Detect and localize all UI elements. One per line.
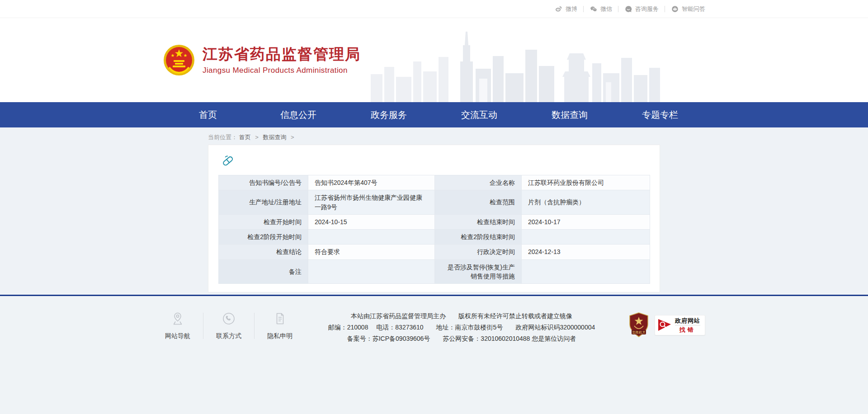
find-error-icon (657, 317, 672, 333)
find-error-texts: 政府网站 找错 (675, 317, 700, 333)
primary-nav: 首页 信息公开 政务服务 交流互动 数据查询 专题专栏 (0, 102, 868, 127)
consult-service-label: 咨询服务 (635, 5, 659, 13)
remarks-value (308, 259, 435, 284)
inspection-scope-value: 片剂（含抗肿瘤类） (522, 190, 650, 215)
conclusion-value: 符合要求 (308, 245, 435, 259)
breadcrumb-separator: > (255, 134, 259, 141)
company-name-value: 江苏联环药业股份有限公司 (522, 175, 650, 190)
footer-quicklinks: 网站导航 联系方式 隐私申明 (163, 311, 295, 340)
inspection-end-label: 检查结束时间 (435, 214, 522, 229)
table-row: 生产地址/注册地址 江苏省扬州市扬州生物健康产业园健康一路9号 检查范围 片剂（… (219, 190, 650, 215)
svg-text:党政机关: 党政机关 (632, 330, 646, 334)
table-row: 备注 是否涉及暂停(恢复)生产销售使用等措施 (219, 259, 650, 284)
page-root: 微博 微信 咨询服务 智能问答 (0, 0, 868, 414)
footer-divider (254, 313, 255, 339)
footer-link-contact-label: 联系方式 (214, 332, 244, 340)
breadcrumb-home-link[interactable]: 首页 (239, 134, 251, 141)
find-error-divider (675, 325, 700, 325)
phase2-start-value (308, 230, 435, 245)
breadcrumb-prefix: 当前位置： (208, 134, 237, 141)
address-label: 生产地址/注册地址 (219, 190, 308, 215)
footer-link-contact[interactable]: 联系方式 (214, 311, 244, 340)
party-gov-shield-badge[interactable]: 党政机关 (628, 312, 649, 338)
map-pin-icon (170, 311, 185, 326)
nav-item-home[interactable]: 首页 (163, 102, 253, 127)
footer-link-sitemap-label: 网站导航 (163, 332, 193, 340)
admin-decision-date-label: 行政决定时间 (435, 245, 522, 259)
breadcrumb-section-link[interactable]: 数据查询 (263, 134, 286, 141)
site-footer: 网站导航 联系方式 隐私申明 (0, 296, 868, 414)
notice-number-label: 告知书编号/公告号 (219, 175, 308, 190)
nav-item-gov-services[interactable]: 政务服务 (344, 102, 434, 127)
table-row: 检查2阶段开始时间 检查2阶段结束时间 (219, 230, 650, 245)
wechat-link[interactable]: 微信 (590, 5, 612, 13)
nav-item-special-topics[interactable]: 专题专栏 (615, 102, 705, 127)
footer-legal-text: 本站由江苏省药品监督管理局主办 版权所有未经许可禁止转载或者建立镜像 邮编：21… (295, 310, 628, 344)
national-emblem-logo (163, 44, 195, 76)
breadcrumb: 当前位置： 首页 > 数据查询 > (208, 127, 660, 142)
wechat-icon (590, 5, 598, 13)
site-title: 江苏省药品监督管理局 (203, 45, 361, 63)
phone-icon (222, 311, 236, 326)
nav-item-info-disclosure[interactable]: 信息公开 (253, 102, 344, 127)
admin-decision-date-value: 2024-12-13 (522, 245, 650, 259)
pill-icon (221, 154, 235, 168)
footer-line-icp: 备案号：苏ICP备09039606号 苏公网安备：32010602010488 … (304, 333, 619, 344)
wechat-label: 微信 (600, 5, 612, 13)
company-name-label: 企业名称 (435, 175, 522, 190)
topbar-divider (583, 6, 584, 12)
phase2-end-label: 检查2阶段结束时间 (435, 230, 522, 245)
inspection-start-label: 检查开始时间 (219, 214, 308, 229)
smart-qa-link[interactable]: 智能问答 (671, 5, 705, 13)
conclusion-label: 检查结论 (219, 245, 308, 259)
find-error-subtitle: 找错 (675, 326, 700, 333)
nav-item-interaction[interactable]: 交流互动 (434, 102, 524, 127)
table-row: 检查开始时间 2024-10-15 检查结束时间 2024-10-17 (219, 214, 650, 229)
topbar-divider (665, 6, 665, 12)
chat-service-icon (624, 5, 632, 13)
suspension-measures-value (522, 259, 650, 284)
weibo-icon (555, 5, 563, 13)
gov-site-error-report-badge[interactable]: 政府网站 找错 (655, 315, 705, 335)
footer-divider (203, 313, 203, 339)
top-utility-bar: 微博 微信 咨询服务 智能问答 (0, 0, 868, 18)
footer-line-contact: 邮编：210008 电话：83273610 地址：南京市鼓楼街5号 政府网站标识… (304, 322, 619, 333)
main-content: 当前位置： 首页 > 数据查询 > 告知书编号/公告号 告知书2024年第407… (0, 127, 868, 295)
footer-link-sitemap[interactable]: 网站导航 (163, 311, 193, 340)
remarks-label: 备注 (219, 259, 308, 284)
breadcrumb-separator: > (291, 134, 294, 141)
topbar-divider (618, 6, 618, 12)
table-row: 检查结论 符合要求 行政决定时间 2024-12-13 (219, 245, 650, 259)
table-row: 告知书编号/公告号 告知书2024年第407号 企业名称 江苏联环药业股份有限公… (219, 175, 650, 190)
site-subtitle: Jiangsu Medical Products Administration (203, 66, 361, 75)
inspection-scope-label: 检查范围 (435, 190, 522, 215)
document-icon (273, 311, 287, 326)
inspection-detail-table: 告知书编号/公告号 告知书2024年第407号 企业名称 江苏联环药业股份有限公… (218, 175, 650, 284)
phase2-end-value (522, 230, 650, 245)
footer-badges: 党政机关 政府网站 找错 (628, 312, 705, 338)
inspection-end-value: 2024-10-17 (522, 214, 650, 229)
footer-link-privacy-label: 隐私申明 (265, 332, 295, 340)
suspension-measures-label: 是否涉及暂停(恢复)生产销售使用等措施 (435, 259, 522, 284)
consult-service-link[interactable]: 咨询服务 (624, 5, 659, 13)
address-value: 江苏省扬州市扬州生物健康产业园健康一路9号 (308, 190, 435, 215)
site-title-block: 江苏省药品监督管理局 Jiangsu Medical Products Admi… (203, 45, 361, 75)
phase2-start-label: 检查2阶段开始时间 (219, 230, 308, 245)
inspection-start-value: 2024-10-15 (308, 214, 435, 229)
find-error-title: 政府网站 (675, 317, 700, 324)
nav-item-data-query[interactable]: 数据查询 (524, 102, 615, 127)
robot-icon (671, 5, 679, 13)
footer-line-host: 本站由江苏省药品监督管理局主办 版权所有未经许可禁止转载或者建立镜像 (304, 310, 619, 322)
inspection-detail-card: 告知书编号/公告号 告知书2024年第407号 企业名称 江苏联环药业股份有限公… (208, 145, 660, 292)
weibo-link[interactable]: 微博 (555, 5, 577, 13)
site-header: 江苏省药品监督管理局 Jiangsu Medical Products Admi… (0, 18, 868, 102)
smart-qa-label: 智能问答 (682, 5, 705, 13)
notice-number-value: 告知书2024年第407号 (308, 175, 435, 190)
footer-link-privacy[interactable]: 隐私申明 (265, 311, 295, 340)
weibo-label: 微博 (566, 5, 577, 13)
